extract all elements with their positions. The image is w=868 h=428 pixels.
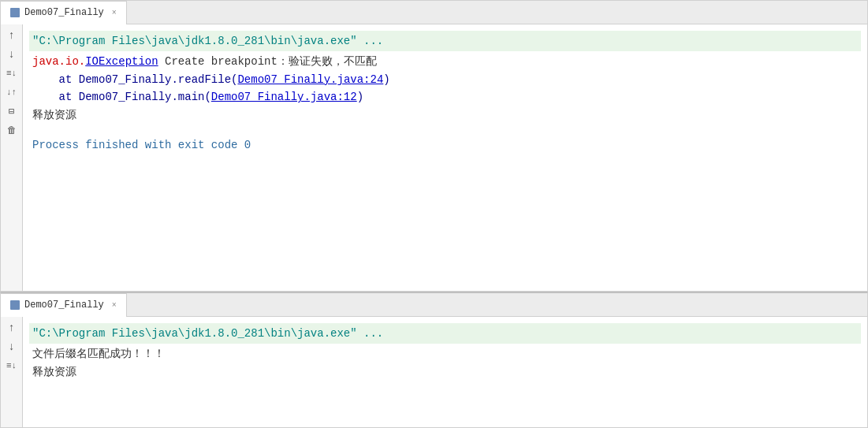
bottom-left-toolbar: ↑ ↓ ≡↓	[1, 317, 23, 427]
top-tab[interactable]: Demo07_Finally ×	[1, 1, 127, 24]
tab-icon	[10, 8, 20, 17]
sort-button[interactable]: ↓↑	[4, 84, 20, 100]
release-resource-line-bottom: 释放资源	[32, 363, 858, 381]
delete-button[interactable]: 🗑	[4, 122, 20, 138]
java-exe-text-top: "C:\Program Files\java\jdk1.8.0_281\bin\…	[29, 31, 861, 51]
java-exe-line-top: "C:\Program Files\java\jdk1.8.0_281\bin\…	[32, 31, 858, 51]
stacktrace-2-link[interactable]: Demo07_Finally.java:12	[211, 91, 357, 103]
bottom-tab-label: Demo07_Finally	[24, 300, 104, 311]
release-resource-text-bottom: 释放资源	[32, 366, 76, 378]
format-button[interactable]: ≡↓	[4, 65, 20, 81]
bottom-tab[interactable]: Demo07_Finally ×	[1, 293, 127, 317]
top-panel: Demo07_Finally × ↑ ↓ ≡↓ ↓↑ ⊟ 🗑 "C:\Progr…	[0, 0, 868, 292]
scroll-down-button[interactable]: ↓	[4, 47, 20, 62]
ioexception-link[interactable]: IOException	[85, 55, 158, 68]
print-button[interactable]: ⊟	[4, 103, 20, 119]
top-content-area: "C:\Program Files\java\jdk1.8.0_281\bin\…	[23, 24, 867, 160]
bottom-scroll-up-button[interactable]: ↑	[4, 320, 20, 336]
exception-prefix: java.io.	[32, 55, 85, 68]
process-finished-line: Process finished with exit code 0	[32, 136, 858, 154]
release-resource-line-top: 释放资源	[32, 106, 858, 124]
top-tab-bar: Demo07_Finally ×	[1, 1, 867, 24]
bottom-panel: Demo07_Finally × ↑ ↓ ≡↓ "C:\Program File…	[0, 292, 868, 428]
java-exe-text-bottom: "C:\Program Files\java\jdk1.8.0_281\bin\…	[29, 323, 861, 344]
bottom-content-area: "C:\Program Files\java\jdk1.8.0_281\bin\…	[23, 317, 867, 387]
stacktrace-2-prefix: at Demo07_Finally.main(	[32, 91, 211, 103]
file-match-text: 文件后缀名匹配成功！！！	[32, 348, 165, 360]
bottom-format-button[interactable]: ≡↓	[4, 358, 20, 374]
process-finished-text: Process finished with exit code 0	[32, 136, 858, 154]
stacktrace-1-end: )	[383, 73, 389, 86]
stacktrace-1-prefix: at Demo07_Finally.readFile(	[32, 73, 237, 86]
exception-suffix: Create breakpoint：验证失败，不匹配	[158, 55, 377, 68]
scroll-up-button[interactable]: ↑	[4, 28, 20, 43]
bottom-tab-bar: Demo07_Finally ×	[1, 293, 867, 317]
stacktrace-1-link[interactable]: Demo07_Finally.java:24	[237, 73, 383, 86]
bottom-tab-icon	[10, 300, 20, 310]
exception-line: java.io.IOException Create breakpoint：验证…	[32, 53, 858, 70]
bottom-scroll-down-button[interactable]: ↓	[4, 339, 20, 355]
bottom-tab-close[interactable]: ×	[112, 301, 117, 310]
stacktrace-2-end: )	[357, 91, 363, 103]
top-tab-label: Demo07_Finally	[24, 7, 104, 18]
top-tab-close[interactable]: ×	[112, 9, 117, 17]
top-left-toolbar: ↑ ↓ ≡↓ ↓↑ ⊟ 🗑	[1, 24, 23, 291]
stacktrace-line-2: at Demo07_Finally.main(Demo07_Finally.ja…	[32, 88, 858, 106]
release-resource-text-top: 释放资源	[32, 109, 76, 121]
java-exe-line-bottom: "C:\Program Files\java\jdk1.8.0_281\bin\…	[32, 323, 858, 344]
stacktrace-line-1: at Demo07_Finally.readFile(Demo07_Finall…	[32, 71, 858, 88]
file-match-line: 文件后缀名匹配成功！！！	[32, 345, 858, 363]
